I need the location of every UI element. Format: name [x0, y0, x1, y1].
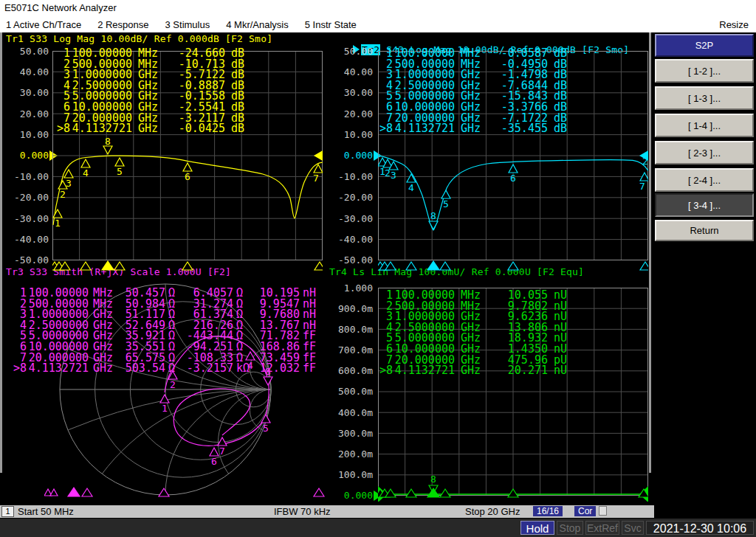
stop-indicator: Stop: [557, 521, 583, 535]
marker-table-row: >84.1132721GHz503.54Ω-3.2157kΩ12.032fF: [10, 363, 319, 374]
svc-indicator: Svc: [622, 521, 644, 535]
marker-8-active[interactable]: [103, 146, 112, 154]
y-axis-label: 20.00: [0, 108, 58, 119]
y-axis-label: 0.000: [324, 150, 382, 161]
svg-text:4: 4: [408, 182, 414, 193]
window-title: E5071C Network Analyzer: [4, 2, 117, 13]
svg-text:2: 2: [60, 189, 66, 200]
svg-text:5: 5: [117, 166, 123, 177]
svg-text:5: 5: [263, 423, 269, 434]
marker-6[interactable]: [210, 448, 219, 456]
y-axis-label: 30.00: [0, 88, 58, 98]
y-axis-label: -50.00: [0, 255, 58, 266]
softkey-button[interactable]: [ 2-4 ]...: [655, 168, 754, 192]
svg-text:2: 2: [642, 156, 648, 167]
softkey-button[interactable]: [ 2-3 ]...: [655, 141, 754, 164]
y-axis-label: 100.0m: [324, 470, 382, 480]
y-axis-label: 400.0m: [324, 407, 382, 418]
svg-text:3: 3: [391, 170, 396, 181]
y-axis-label: -10.00: [0, 171, 58, 181]
svg-text:1: 1: [162, 403, 168, 414]
y-axis-label: 50.00: [0, 46, 58, 56]
menu-bar: 1 Active Ch/Trace2 Response3 Stimulus4 M…: [0, 16, 756, 32]
y-axis-label: 40.00: [0, 66, 58, 77]
spare-indicator: [599, 506, 607, 516]
y-axis-label: 0.000: [324, 491, 382, 501]
y-axis-label: -40.00: [0, 235, 58, 245]
softkey-menu: S2P[ 1-2 ]...[ 1-3 ]...[ 1-4 ]...[ 2-3 ]…: [654, 32, 756, 518]
softkey-button[interactable]: [ 3-4 ]...: [655, 193, 754, 217]
svg-text:7: 7: [639, 181, 645, 192]
extref-indicator: ExtRef: [585, 521, 619, 535]
menu-item[interactable]: 1 Active Ch/Trace: [6, 19, 81, 30]
title-bar: E5071C Network Analyzer: [0, 0, 756, 16]
trigger-state-badge: Hold: [520, 521, 554, 535]
correction-badge: Cor: [574, 506, 596, 516]
tr1-header: Tr1 S33 Log Mag 10.00dB/ Ref 0.000dB [F2…: [6, 33, 272, 44]
svg-text:2: 2: [385, 167, 391, 179]
y-axis-label: 10.00: [0, 130, 58, 140]
tr2-marker-table: 1100.00000MHz-0.0587dB2500.00000MHz-0.49…: [374, 48, 576, 134]
y-axis-label: 300.0m: [324, 428, 382, 438]
softkey-button[interactable]: Return: [655, 220, 754, 241]
y-axis-label: -10.00: [324, 171, 382, 181]
y-axis-label: 0.000: [0, 150, 58, 161]
marker-6[interactable]: [509, 164, 518, 173]
marker-5[interactable]: [115, 158, 124, 166]
y-axis-label: 200.0m: [324, 449, 382, 460]
points-badge: 16/16: [533, 506, 563, 516]
softkey-button[interactable]: S2P: [655, 34, 754, 57]
svg-text:8: 8: [105, 136, 111, 147]
stop-frequency: Stop 20 GHz: [465, 506, 520, 517]
y-axis-label: -50.00: [324, 255, 382, 266]
ref-level-arrow-icon: [314, 150, 323, 161]
menu-item[interactable]: 5 Instr State: [305, 19, 357, 30]
svg-text:8: 8: [430, 210, 436, 221]
svg-text:5: 5: [443, 198, 449, 209]
marker-labels: 8: [430, 474, 436, 485]
menu-items: 1 Active Ch/Trace2 Response3 Stimulus4 M…: [6, 19, 373, 30]
stimulus-markers[interactable]: [52, 261, 323, 270]
resize-button[interactable]: Resize: [719, 19, 756, 30]
y-axis-label: -30.00: [0, 213, 58, 224]
marker-5[interactable]: [261, 415, 270, 423]
y-axis-label: -30.00: [324, 213, 382, 224]
svg-text:6: 6: [185, 171, 190, 182]
svg-text:7: 7: [219, 446, 225, 457]
menu-item[interactable]: 4 Mkr/Analysis: [226, 19, 289, 30]
svg-text:6: 6: [510, 173, 516, 184]
ifbw-value: IFBW 70 kHz: [274, 506, 331, 517]
channel-number-badge: 1: [1, 506, 14, 517]
datetime: 2021-12-30 10:06: [646, 521, 754, 535]
y-axis-label: -20.00: [324, 193, 382, 203]
tr3-marker-table: 1100.00000MHz50.457Ω6.4057Ω10.195nH2500.…: [10, 288, 319, 374]
marker-4[interactable]: [81, 159, 90, 167]
svg-text:7: 7: [313, 173, 319, 184]
tr1-marker-table: 1100.00000MHz-24.660dB2500.00000MHz-10.7…: [51, 48, 253, 134]
softkey-button[interactable]: [ 1-3 ]...: [655, 86, 754, 110]
instrument-status-bar: Hold Stop ExtRef Svc 2021-12-30 10:06: [0, 518, 756, 537]
marker-table-row: >84.1132721GHz20.271nU: [374, 365, 576, 376]
stimulus-markers[interactable]: [378, 261, 648, 270]
marker-1[interactable]: [160, 395, 169, 403]
marker-table-row: >84.1132721GHz-35.455dB: [374, 123, 576, 134]
y-axis-label: -40.00: [324, 235, 382, 245]
stimulus-markers[interactable]: [44, 488, 324, 496]
tr1-y-axis: 50.0040.0030.0020.0010.000.000-10.00-20.…: [0, 46, 58, 266]
softkey-button[interactable]: [ 1-2 ]...: [655, 59, 754, 83]
stimulus-markers[interactable]: [378, 488, 648, 497]
tr4-marker-table: 1100.00000MHz10.055nU2500.00000MHz9.7802…: [374, 290, 576, 376]
marker-8-active[interactable]: [429, 221, 438, 229]
svg-text:3: 3: [66, 178, 72, 189]
softkey-button[interactable]: [ 1-4 ]...: [655, 114, 754, 137]
menu-item[interactable]: 3 Stimulus: [165, 19, 210, 30]
y-axis-label: -20.00: [0, 193, 58, 203]
marker-5[interactable]: [441, 190, 450, 198]
channel-status-bar: 1 Start 50 MHz IFBW 70 kHz Stop 20 GHz 1…: [0, 505, 654, 518]
start-frequency: Start 50 MHz: [18, 506, 74, 517]
y-axis-label: 500.0m: [324, 387, 382, 397]
svg-text:4: 4: [83, 167, 89, 179]
svg-text:6: 6: [211, 456, 217, 467]
marker-6[interactable]: [183, 163, 192, 171]
menu-item[interactable]: 2 Response: [97, 19, 148, 30]
